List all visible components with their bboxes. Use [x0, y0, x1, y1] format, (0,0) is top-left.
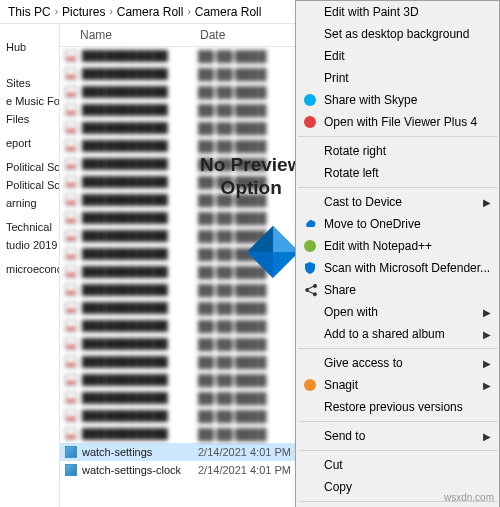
svg-point-6 [304, 240, 316, 252]
file-icon [64, 67, 78, 81]
menu-item-snagit[interactable]: Snagit▶ [296, 374, 499, 396]
overlay-line2: Option [221, 177, 282, 198]
menu-item-add-to-a-shared-album[interactable]: Add to a shared album▶ [296, 323, 499, 345]
menu-item-rotate-left[interactable]: Rotate left [296, 162, 499, 184]
watermark: wsxdn.com [444, 492, 494, 503]
menu-separator [298, 348, 497, 349]
file-name: ███████████ [82, 122, 198, 134]
submenu-arrow-icon: ▶ [483, 197, 491, 208]
sidebar-item[interactable]: Political Scienc [0, 158, 59, 176]
sidebar-item[interactable]: Hub [0, 38, 59, 56]
sidebar-item[interactable]: e Music Folder [0, 92, 59, 110]
menu-item-open-with-file-viewer-plus-4[interactable]: Open with File Viewer Plus 4 [296, 111, 499, 133]
file-name: ███████████ [82, 86, 198, 98]
menu-item-label: Cast to Device [320, 195, 483, 209]
file-date: ██/██/████ [198, 50, 308, 62]
menu-item-give-access-to[interactable]: Give access to▶ [296, 352, 499, 374]
menu-item-cast-to-device[interactable]: Cast to Device▶ [296, 191, 499, 213]
menu-item-set-as-desktop-background[interactable]: Set as desktop background [296, 23, 499, 45]
file-name: ███████████ [82, 284, 198, 296]
file-name: ███████████ [82, 104, 198, 116]
svg-marker-2 [247, 226, 273, 252]
file-name: ███████████ [82, 176, 198, 188]
file-icon [64, 337, 78, 351]
breadcrumb-segment[interactable]: This PC [8, 5, 51, 19]
menu-item-send-to[interactable]: Send to▶ [296, 425, 499, 447]
menu-item-cut[interactable]: Cut [296, 454, 499, 476]
menu-item-edit-with-paint-3d[interactable]: Edit with Paint 3D [296, 1, 499, 23]
defender-icon [300, 260, 320, 276]
submenu-arrow-icon: ▶ [483, 380, 491, 391]
file-name: ███████████ [82, 158, 198, 170]
svg-marker-3 [247, 252, 273, 278]
file-date: ██/██/████ [198, 356, 308, 368]
menu-item-open-with[interactable]: Open with▶ [296, 301, 499, 323]
menu-item-print[interactable]: Print [296, 67, 499, 89]
fileviewer-icon [300, 114, 320, 130]
blank-icon [300, 70, 320, 86]
file-date: ██/██/████ [198, 428, 308, 440]
file-icon [64, 85, 78, 99]
menu-item-label: Give access to [320, 356, 483, 370]
submenu-arrow-icon: ▶ [483, 329, 491, 340]
file-name: ███████████ [82, 140, 198, 152]
file-name: ███████████ [82, 212, 198, 224]
menu-item-edit[interactable]: Edit [296, 45, 499, 67]
blank-icon [300, 304, 320, 320]
menu-item-share[interactable]: Share [296, 279, 499, 301]
column-header-name[interactable]: Name [80, 28, 200, 42]
sidebar-item[interactable]: Political Scienc [0, 176, 59, 194]
sidebar-item[interactable]: Sites [0, 74, 59, 92]
context-menu[interactable]: Edit with Paint 3DSet as desktop backgro… [295, 0, 500, 507]
menu-item-scan-with-microsoft-defender[interactable]: Scan with Microsoft Defender... [296, 257, 499, 279]
sidebar-item[interactable]: tudio 2019 [0, 236, 59, 254]
overlay-line1: No Preview [200, 154, 302, 175]
menu-item-label: Rotate right [320, 144, 491, 158]
file-date: ██/██/████ [198, 68, 308, 80]
file-name: ███████████ [82, 68, 198, 80]
menu-item-label: Set as desktop background [320, 27, 491, 41]
file-icon [64, 49, 78, 63]
blank-icon [300, 399, 320, 415]
file-icon [64, 319, 78, 333]
skype-icon [300, 92, 320, 108]
nav-sidebar: HubSitese Music FolderFileseportPolitica… [0, 24, 60, 507]
sidebar-item[interactable]: Technical [0, 218, 59, 236]
file-date: 2/14/2021 4:01 PM [198, 464, 308, 476]
menu-item-label: Restore previous versions [320, 400, 491, 414]
menu-item-restore-previous-versions[interactable]: Restore previous versions [296, 396, 499, 418]
breadcrumb-segment[interactable]: Camera Roll [117, 5, 184, 19]
menu-item-label: Scan with Microsoft Defender... [320, 261, 491, 275]
file-date: ██/██/████ [198, 140, 308, 152]
blank-icon [300, 428, 320, 444]
file-date: ██/██/████ [198, 302, 308, 314]
menu-separator [298, 421, 497, 422]
notepadpp-icon [300, 238, 320, 254]
no-preview-overlay: No Preview Option [200, 154, 302, 200]
file-date: ██/██/████ [198, 212, 308, 224]
column-header-date[interactable]: Date [200, 28, 310, 42]
menu-item-share-with-skype[interactable]: Share with Skype [296, 89, 499, 111]
sidebar-item[interactable]: Files [0, 110, 59, 128]
file-icon [64, 121, 78, 135]
blank-icon [300, 143, 320, 159]
menu-item-move-to-onedrive[interactable]: Move to OneDrive [296, 213, 499, 235]
file-date: ██/██/████ [198, 104, 308, 116]
menu-item-edit-with-notepad[interactable]: Edit with Notepad++ [296, 235, 499, 257]
menu-separator [298, 187, 497, 188]
menu-item-label: Print [320, 71, 491, 85]
sidebar-item[interactable]: arning [0, 194, 59, 212]
menu-item-label: Share [320, 283, 491, 297]
file-name: ███████████ [82, 302, 198, 314]
sidebar-item[interactable]: microeconomic [0, 260, 59, 278]
sidebar-item[interactable]: eport [0, 134, 59, 152]
breadcrumb-separator: › [109, 6, 112, 17]
file-name: ███████████ [82, 392, 198, 404]
breadcrumb-separator: › [187, 6, 190, 17]
breadcrumb-segment[interactable]: Pictures [62, 5, 105, 19]
breadcrumb-segment[interactable]: Camera Roll [195, 5, 262, 19]
jpg-file-icon [64, 445, 78, 459]
svg-point-4 [304, 94, 316, 106]
menu-item-rotate-right[interactable]: Rotate right [296, 140, 499, 162]
file-icon [64, 211, 78, 225]
